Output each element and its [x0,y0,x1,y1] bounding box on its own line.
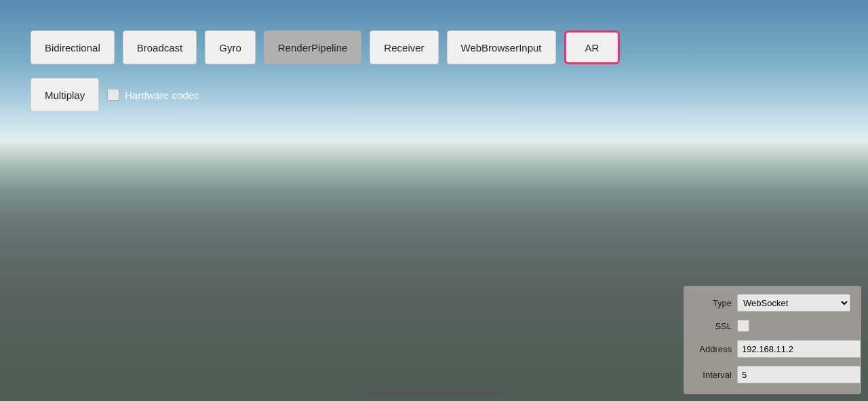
scroll-indicator [366,392,502,394]
renderpipeline-button[interactable]: RenderPipeline [264,30,362,64]
ui-overlay: Bidirectional Broadcast Gyro RenderPipel… [0,0,868,401]
hardware-codec-label[interactable]: Hardware codec [107,89,199,101]
interval-row: Interval [694,366,850,383]
type-select[interactable]: WebSocket WebRTC SFU [737,294,850,312]
address-input[interactable] [737,340,861,358]
bidirectional-button[interactable]: Bidirectional [31,30,115,64]
receiver-button[interactable]: Receiver [370,30,438,64]
interval-input[interactable] [737,366,861,383]
address-label: Address [694,344,732,354]
second-button-row: Multiplay Hardware codec [31,78,199,112]
gyro-button[interactable]: Gyro [205,30,256,64]
settings-panel: Type WebSocket WebRTC SFU SSL Address In… [684,286,861,394]
type-label: Type [694,298,732,308]
multiplay-button[interactable]: Multiplay [31,78,99,112]
top-button-row: Bidirectional Broadcast Gyro RenderPipel… [31,30,620,64]
webbrowserinput-button[interactable]: WebBrowserInput [447,30,556,64]
hardware-codec-checkbox[interactable] [107,89,119,101]
hardware-codec-text: Hardware codec [125,89,199,101]
ssl-checkbox[interactable] [737,320,749,332]
address-row: Address [694,340,850,358]
broadcast-button[interactable]: Broadcast [123,30,197,64]
interval-label: Interval [694,370,732,380]
ssl-row: SSL [694,320,850,332]
ar-button[interactable]: AR [564,30,620,64]
type-row: Type WebSocket WebRTC SFU [694,294,850,312]
ssl-label: SSL [694,321,732,331]
